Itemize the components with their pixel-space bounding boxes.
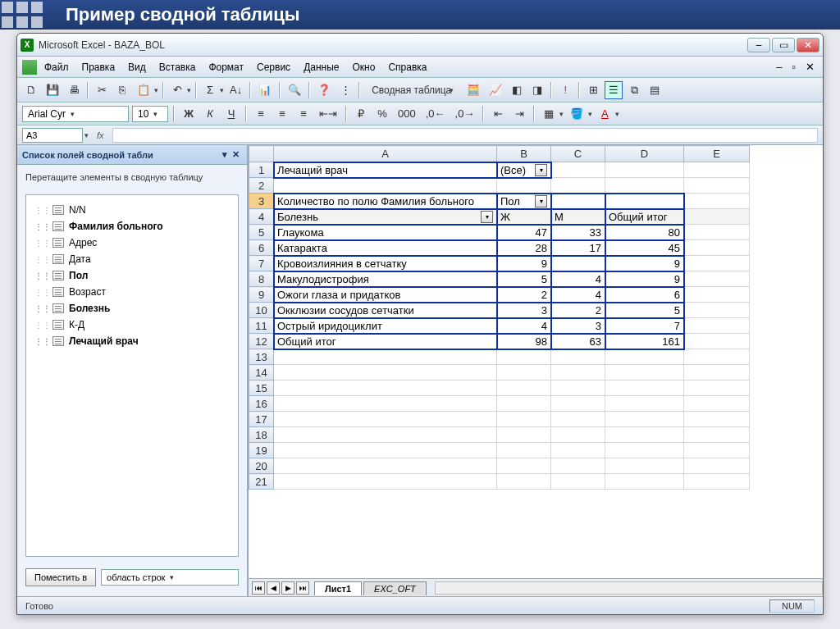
bold-icon[interactable]: Ж xyxy=(180,105,198,123)
row-header[interactable]: 18 xyxy=(249,427,274,443)
cell[interactable]: Катаракта xyxy=(274,240,497,256)
paste-icon[interactable]: 📋 xyxy=(134,81,153,99)
col-header-E[interactable]: E xyxy=(684,146,750,162)
row-header[interactable]: 17 xyxy=(249,412,274,427)
cell[interactable]: 80 xyxy=(605,225,684,240)
new-icon[interactable]: 🗋 xyxy=(22,81,40,99)
pivot-wizard-icon[interactable]: 🧮 xyxy=(463,81,483,99)
cell[interactable]: 4 xyxy=(551,271,605,287)
find-icon[interactable]: 🔍 xyxy=(285,81,304,99)
undo-icon[interactable]: ↶ xyxy=(168,81,186,99)
row-header[interactable]: 14 xyxy=(249,365,274,381)
menu-insert[interactable]: Вставка xyxy=(153,59,202,75)
cell[interactable]: 2 xyxy=(551,303,605,318)
chart-icon[interactable]: 📊 xyxy=(255,81,275,99)
row-header[interactable]: 11 xyxy=(249,318,274,334)
titlebar[interactable]: X Microsoft Excel - BAZA_BOL – ▭ ✕ xyxy=(17,34,823,57)
col-hdr-f[interactable]: Ж xyxy=(497,209,551,225)
fill-color-icon[interactable]: 🪣 xyxy=(567,105,587,123)
menu-edit[interactable]: Правка xyxy=(76,59,121,75)
pivot-field-item[interactable]: ⋮⋮Возраст xyxy=(33,284,231,300)
pivot-field-item[interactable]: ⋮⋮К-Д xyxy=(33,317,231,333)
cell[interactable]: 3 xyxy=(551,318,605,334)
row-header[interactable]: 15 xyxy=(249,381,274,396)
borders-icon[interactable]: ▦ xyxy=(540,105,558,123)
underline-icon[interactable]: Ч xyxy=(222,105,240,123)
cell[interactable]: 5 xyxy=(497,271,551,287)
worksheet-grid[interactable]: A B C D E 1 Лечащий врач (Все)▾ 2 xyxy=(249,145,750,490)
italic-icon[interactable]: К xyxy=(201,105,219,123)
pivot-field-item[interactable]: ⋮⋮Адрес xyxy=(33,235,231,251)
align-center-icon[interactable]: ≡ xyxy=(273,105,291,123)
cell[interactable]: Макулодистрофия xyxy=(274,271,497,287)
cell[interactable]: 2 xyxy=(497,287,551,303)
comma-icon[interactable]: 000 xyxy=(395,105,419,123)
show-detail-icon[interactable]: ◨ xyxy=(528,81,546,99)
row-header[interactable]: 10 xyxy=(249,303,274,318)
row-header[interactable]: 8 xyxy=(249,271,274,287)
cell[interactable]: 7 xyxy=(605,318,684,334)
menu-tools[interactable]: Сервис xyxy=(251,59,296,75)
col-hdr-m[interactable]: М xyxy=(551,209,605,225)
cell[interactable]: 28 xyxy=(497,240,551,256)
cell[interactable]: Глаукома xyxy=(274,225,497,240)
pivot-field-item[interactable]: ⋮⋮Фамилия больного xyxy=(33,218,231,235)
hide-detail-icon[interactable]: ◧ xyxy=(508,81,526,99)
menu-help[interactable]: Справка xyxy=(382,59,432,75)
cell[interactable]: Ожоги глаза и придатков xyxy=(274,287,497,303)
cell[interactable]: 33 xyxy=(551,225,605,240)
cell[interactable]: 63 xyxy=(551,334,605,349)
row-header[interactable]: 1 xyxy=(249,162,274,178)
pivot-field-item[interactable]: ⋮⋮Пол xyxy=(33,267,231,284)
mdi-close[interactable]: ✕ xyxy=(802,59,818,75)
pivot-field-item[interactable]: ⋮⋮N/N xyxy=(33,202,231,218)
align-left-icon[interactable]: ≡ xyxy=(252,105,270,123)
cell[interactable]: Острый иридоциклит xyxy=(274,318,497,334)
mdi-restore[interactable]: ▫ xyxy=(788,59,799,75)
minimize-button[interactable]: – xyxy=(747,38,770,52)
pivot-table-button[interactable]: Сводная таблица ▾ xyxy=(364,81,461,99)
row-header[interactable]: 13 xyxy=(249,349,274,365)
row-header[interactable]: 2 xyxy=(249,178,274,194)
menu-data[interactable]: Данные xyxy=(298,59,345,75)
align-right-icon[interactable]: ≡ xyxy=(294,105,313,123)
column-field-dropdown[interactable]: ▾ xyxy=(535,195,547,207)
cell[interactable]: 45 xyxy=(605,240,684,256)
row-header[interactable]: 21 xyxy=(249,474,274,490)
refresh-icon[interactable]: ! xyxy=(556,81,574,99)
row-header[interactable]: 9 xyxy=(249,287,274,303)
currency-icon[interactable]: ₽ xyxy=(352,105,370,123)
cell[interactable]: 4 xyxy=(551,287,605,303)
cell[interactable]: 3 xyxy=(497,303,551,318)
row-header[interactable]: 3 xyxy=(249,194,274,209)
pivot-chart-icon[interactable]: 📈 xyxy=(486,81,505,99)
tab-last-icon[interactable]: ⏭ xyxy=(296,581,309,595)
percent-icon[interactable]: % xyxy=(373,105,391,123)
decrease-decimal-icon[interactable]: ,0→ xyxy=(452,105,478,123)
cell[interactable]: 98 xyxy=(497,334,551,349)
maximize-button[interactable]: ▭ xyxy=(772,38,795,52)
font-color-icon[interactable]: A xyxy=(596,105,614,123)
row-field-label[interactable]: Болезнь xyxy=(277,211,318,223)
cell[interactable]: 9 xyxy=(497,256,551,271)
taskpane-close-icon[interactable]: ✕ xyxy=(230,149,242,160)
increase-decimal-icon[interactable]: ,0← xyxy=(422,105,449,123)
row-header[interactable]: 16 xyxy=(249,396,274,412)
row-header[interactable]: 6 xyxy=(249,240,274,256)
tab-next-icon[interactable]: ▶ xyxy=(281,581,294,595)
row-header[interactable]: 20 xyxy=(249,458,274,474)
close-button[interactable]: ✕ xyxy=(797,38,819,52)
name-box[interactable]: A3 xyxy=(22,128,83,143)
save-icon[interactable]: 💾 xyxy=(43,81,62,99)
col-hdr-total[interactable]: Общий итог xyxy=(605,209,684,225)
menu-window[interactable]: Окно xyxy=(346,59,381,75)
col-header-D[interactable]: D xyxy=(605,146,684,162)
pivot-field-item[interactable]: ⋮⋮Болезнь xyxy=(33,300,231,317)
select-all-corner[interactable] xyxy=(249,146,274,162)
page-field-label[interactable]: Лечащий врач xyxy=(274,162,497,178)
field-list-icon[interactable]: ☰ xyxy=(605,81,623,99)
font-size-combo[interactable]: 10▾ xyxy=(132,106,168,122)
cell[interactable]: 47 xyxy=(497,225,551,240)
row-header[interactable]: 5 xyxy=(249,225,274,240)
cell[interactable] xyxy=(551,256,605,271)
